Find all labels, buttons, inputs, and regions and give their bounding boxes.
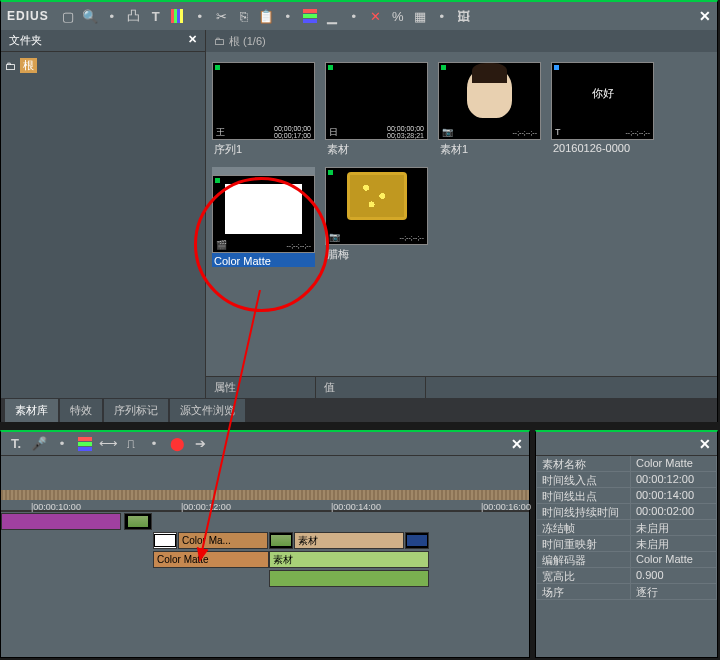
app-title: EDIUS [7, 9, 49, 23]
info-row: 时间线入点00:00:12:00 [536, 472, 717, 488]
folder-tree[interactable]: 🗀 根 [1, 52, 205, 79]
info-value: 00:00:14:00 [631, 488, 717, 504]
ruler-tick: |00:00:12:00 [181, 502, 231, 512]
close-icon[interactable]: ✕ [699, 8, 711, 24]
colorbar-icon[interactable] [169, 7, 187, 25]
timeline-clip-audio[interactable] [269, 570, 429, 587]
timeline-toolbar: T. 🎤 • ⟷ ⎍ • ⬤ ➔ ✕ [1, 432, 529, 456]
props-icon[interactable]: 🖽 [455, 7, 473, 25]
prop-attr-header: 属性 [206, 377, 316, 398]
timeline-clip-material-audio[interactable]: 素材 [269, 551, 429, 568]
export-icon[interactable]: ➔ [191, 435, 209, 453]
ruler-tick: |00:00:14:00 [331, 502, 381, 512]
text-tool-icon[interactable]: T. [7, 435, 25, 453]
svg-rect-4 [303, 9, 317, 13]
timeline-window: T. 🎤 • ⟷ ⎍ • ⬤ ➔ ✕ |00:00:10:00|00:00:12… [0, 430, 530, 658]
timeline-clip-colormatte[interactable]: Color Ma... [178, 532, 268, 549]
search-icon[interactable]: 🔍 [81, 7, 99, 25]
tab-library[interactable]: 素材库 [5, 399, 58, 422]
bin-clip[interactable]: 王00;00;00;0000;00;17;00序列1 [212, 62, 315, 157]
close-icon[interactable]: ✕ [699, 436, 711, 452]
view-icon[interactable]: ▦ [411, 7, 429, 25]
clip-thumbnail[interactable]: 📷--;--;--;-- [325, 167, 428, 245]
info-row: 时间线出点00:00:14:00 [536, 488, 717, 504]
timeline-clip-purple[interactable] [1, 513, 121, 530]
bin-clip[interactable]: 📷--;--;--;--素材1 [438, 62, 541, 157]
tab-effects[interactable]: 特效 [60, 399, 102, 422]
info-value: 未启用 [631, 520, 717, 536]
record-icon[interactable]: ⬤ [168, 435, 186, 453]
mic-icon[interactable]: 🎤 [30, 435, 48, 453]
clip-label: 素材 [325, 140, 428, 157]
info-row: 素材名称Color Matte [536, 456, 717, 472]
close-icon[interactable]: ✕ [511, 436, 523, 452]
clip-thumbnail[interactable]: 🎬--;--;--;-- [212, 175, 315, 253]
divider-icon: • [279, 7, 297, 25]
timeline-ruler[interactable]: |00:00:10:00|00:00:12:00|00:00:14:00|00:… [1, 456, 529, 512]
colorbar-icon[interactable] [76, 435, 94, 453]
colorbar2-icon[interactable] [301, 7, 319, 25]
info-key: 时间重映射 [536, 536, 631, 552]
info-value: Color Matte [631, 456, 717, 472]
ripple-icon[interactable]: ⟷ [99, 435, 117, 453]
info-row: 冻结帧未启用 [536, 520, 717, 536]
timeline-clip-material[interactable]: 素材 [294, 532, 404, 549]
bin-clip[interactable]: 📷--;--;--;--腊梅 [325, 167, 428, 267]
tab-markers[interactable]: 序列标记 [104, 399, 168, 422]
titlebar: EDIUS ▢ 🔍 • 凸 T • ✂ ⎘ 📋 • ▁ • ✕ % ▦ • 🖽 … [1, 2, 717, 30]
ruler-tick: |00:00:16:00 [481, 502, 531, 512]
divider-icon: • [53, 435, 71, 453]
track-row[interactable]: Color Matte 素材 [1, 550, 529, 569]
svg-rect-3 [180, 9, 183, 23]
info-value: 未启用 [631, 536, 717, 552]
title-icon[interactable]: T [147, 7, 165, 25]
divider-icon: • [191, 7, 209, 25]
bin-clip[interactable]: 🎬--;--;--;--Color Matte [212, 167, 315, 267]
folder-root[interactable]: 🗀 根 [5, 58, 201, 73]
cut-icon[interactable]: ✂ [213, 7, 231, 25]
clip-type-icon: T [555, 127, 561, 137]
clip-label: Color Matte [212, 253, 315, 267]
track-row[interactable] [1, 512, 529, 531]
info-key: 场序 [536, 584, 631, 600]
timeline-clip-colormatte-audio[interactable]: Color Matte [153, 551, 269, 568]
folder-icon: 🗀 [5, 60, 16, 72]
info-row: 编解码器Color Matte [536, 552, 717, 568]
track-row[interactable]: Color Ma... 素材 [1, 531, 529, 550]
misc-icon[interactable]: % [389, 7, 407, 25]
clip-grid[interactable]: 王00;00;00;0000;00;17;00序列1日00;00;00;0000… [206, 52, 717, 376]
timeline-clip-thumb[interactable] [269, 532, 293, 549]
bin-clip[interactable]: 你好T--;--;--;--20160126-0000 [551, 62, 654, 157]
info-key: 时间线持续时间 [536, 504, 631, 520]
pane-close-icon[interactable]: ✕ [188, 33, 197, 48]
copy-icon[interactable]: ⎘ [235, 7, 253, 25]
timeline-tracks[interactable]: Color Ma... 素材 Color Matte 素材 [1, 512, 529, 588]
clip-thumbnail[interactable]: 你好T--;--;--;-- [551, 62, 654, 140]
track-row[interactable] [1, 569, 529, 588]
timeline-clip-thumb[interactable] [153, 532, 177, 549]
clip-timecode: --;--;--;-- [287, 242, 311, 249]
clip-label: 素材1 [438, 140, 541, 157]
clip-thumbnail[interactable]: 日00;00;00;0000;03;28;21 [325, 62, 428, 140]
toolbar: ▢ 🔍 • 凸 T • ✂ ⎘ 📋 • ▁ • ✕ % ▦ • 🖽 [59, 7, 699, 25]
sliders-icon[interactable]: ⎍ [122, 435, 140, 453]
info-row: 场序逐行 [536, 584, 717, 600]
clip-thumbnail[interactable]: 📷--;--;--;-- [438, 62, 541, 140]
bin-header: 🗀 根 (1/6) [206, 30, 717, 52]
clip-type-icon: 📷 [329, 232, 340, 242]
info-value: 0.900 [631, 568, 717, 584]
timeline-clip-thumb[interactable] [124, 513, 152, 530]
ruler-tick: |00:00:10:00 [31, 502, 81, 512]
new-seq-icon[interactable]: 凸 [125, 7, 143, 25]
delete-icon[interactable]: ✕ [367, 7, 385, 25]
paste-icon[interactable]: 📋 [257, 7, 275, 25]
bin-clip[interactable]: 日00;00;00;0000;03;28;21素材 [325, 62, 428, 157]
timeline-clip-thumb[interactable] [405, 532, 429, 549]
folder-icon[interactable]: ▢ [59, 7, 77, 25]
clip-thumbnail[interactable]: 王00;00;00;0000;00;17;00 [212, 62, 315, 140]
down-icon[interactable]: ▁ [323, 7, 341, 25]
clip-timecode: --;--;--;-- [513, 129, 537, 136]
folder-header: 文件夹 ✕ [1, 30, 205, 52]
info-value: Color Matte [631, 552, 717, 568]
tab-browser[interactable]: 源文件浏览 [170, 399, 245, 422]
